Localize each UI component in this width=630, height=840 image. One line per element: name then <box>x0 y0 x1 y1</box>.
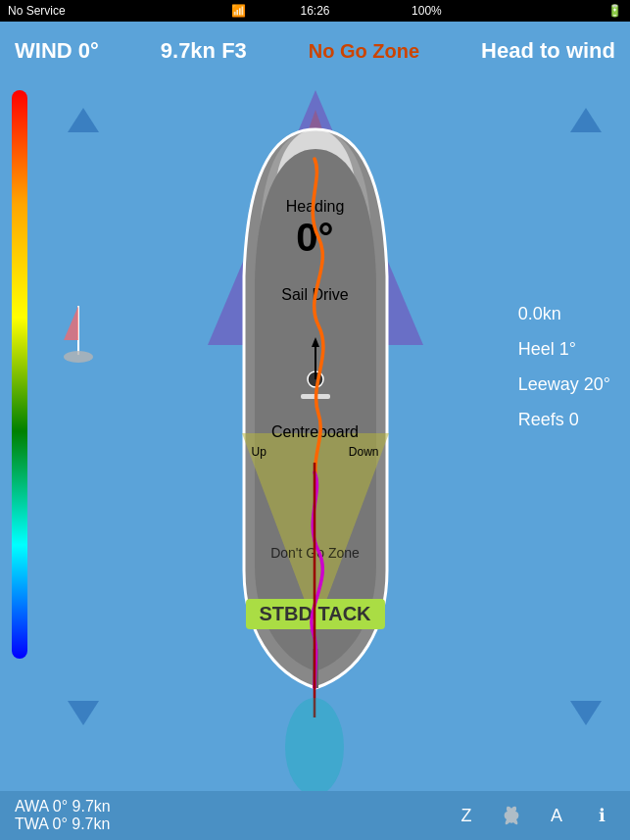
info-bar: WIND 0° 9.7kn F3 No Go Zone Head to wind <box>0 22 630 80</box>
speed-stat: 0.0kn <box>518 296 610 331</box>
svg-marker-2 <box>68 701 99 725</box>
heel-stat: Heel 1° <box>518 331 610 367</box>
apple-icon[interactable] <box>498 802 525 829</box>
sail-drive-label: Sail Drive <box>281 286 348 304</box>
small-boat-icon <box>54 296 103 374</box>
z-button[interactable]: Z <box>453 802 480 829</box>
battery-text: 100% <box>412 4 442 18</box>
bottom-bar: AWA 0° 9.7kn TWA 0° 9.7kn Z A ℹ <box>0 791 630 840</box>
a-button[interactable]: A <box>543 802 570 829</box>
centreboard-label: Centreboard <box>271 423 359 440</box>
svg-marker-0 <box>68 108 99 132</box>
svg-marker-1 <box>570 108 602 132</box>
boat-container: Heading 0° Sail Drive Centreboard Up Dow… <box>208 90 423 727</box>
info-button[interactable]: ℹ <box>588 802 615 829</box>
heading-value: 0° <box>286 216 345 260</box>
heading-display: Heading 0° <box>286 198 345 260</box>
wind-label: WIND 0° <box>15 38 99 64</box>
awa-label: AWA 0° 9.7kn <box>15 798 111 815</box>
twa-label: TWA 0° 9.7kn <box>15 815 111 833</box>
arrow-bottom-left[interactable] <box>59 683 108 732</box>
heading-label: Heading <box>286 198 345 216</box>
stbd-tack-label: STBD TACK <box>245 599 384 629</box>
arrow-top-right[interactable] <box>561 100 610 149</box>
bottom-right-icons: Z A ℹ <box>453 802 615 829</box>
wifi-icon: 📶 <box>231 4 246 18</box>
head-to-wind-label: Head to wind <box>481 38 615 64</box>
svg-rect-7 <box>301 394 330 399</box>
centreboard-controls: Up Down <box>252 445 379 459</box>
main-area: Heading 0° Sail Drive Centreboard Up Dow… <box>0 80 630 791</box>
speed-label: 9.7kn F3 <box>161 38 247 64</box>
wind-color-bar <box>12 90 27 659</box>
leeway-stat: Leeway 20° <box>518 367 610 402</box>
centreboard-up[interactable]: Up <box>252 445 267 459</box>
dont-go-zone-label: Don't Go Zone <box>270 545 360 561</box>
svg-marker-3 <box>570 701 602 725</box>
centreboard-control: Centreboard Up Down <box>252 423 379 459</box>
battery-icon: 🔋 <box>607 4 622 18</box>
signal-text: No Service <box>8 4 66 18</box>
arrow-bottom-right[interactable] <box>561 683 610 732</box>
svg-point-6 <box>64 351 93 363</box>
right-stats: 0.0kn Heel 1° Leeway 20° Reefs 0 <box>518 296 610 437</box>
reefs-stat: Reefs 0 <box>518 402 610 437</box>
status-bar: No Service 📶 16:26 100% 🔋 <box>0 0 630 22</box>
svg-marker-5 <box>64 306 78 340</box>
svg-rect-8 <box>313 649 318 688</box>
bottom-left-stats: AWA 0° 9.7kn TWA 0° 9.7kn <box>15 798 111 833</box>
centreboard-down[interactable]: Down <box>349 445 379 459</box>
arrow-top-left[interactable] <box>59 100 108 149</box>
no-go-zone-label: No Go Zone <box>309 40 419 63</box>
time-display: 16:26 <box>300 4 329 18</box>
